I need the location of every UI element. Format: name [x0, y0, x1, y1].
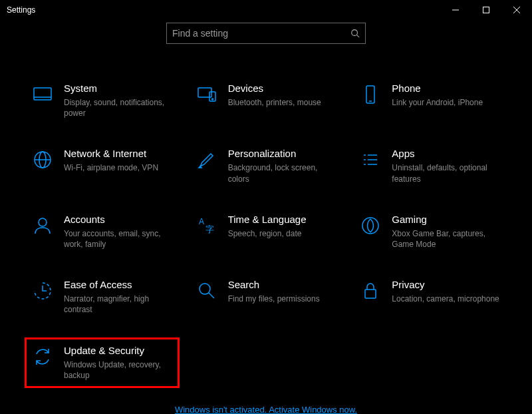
svg-point-26 [200, 284, 210, 294]
tile-desc: Link your Android, iPhone [392, 97, 500, 108]
tile-title: Accounts [64, 214, 172, 226]
svg-rect-28 [365, 290, 376, 298]
person-icon [32, 215, 53, 236]
tile-desc: Xbox Game Bar, captures, Game Mode [392, 228, 500, 250]
tile-title: Apps [392, 148, 500, 160]
tile-privacy[interactable]: Privacy Location, camera, microphone [354, 274, 505, 320]
devices-icon [196, 84, 217, 105]
tile-search[interactable]: Search Find my files, permissions [191, 274, 342, 320]
svg-text:字: 字 [205, 224, 214, 234]
tile-title: Network & Internet [64, 148, 172, 160]
tile-title: Search [228, 279, 336, 291]
tile-desc: Speech, region, date [228, 228, 336, 239]
close-button[interactable] [501, 0, 532, 20]
tile-desc: Windows Update, recovery, backup [64, 359, 172, 381]
titlebar: Settings [0, 0, 532, 20]
phone-icon [360, 84, 381, 105]
gaming-icon [360, 215, 381, 236]
system-icon [32, 84, 53, 105]
tile-ease-of-access[interactable]: Ease of Access Narrator, magnifier, high… [27, 274, 178, 320]
svg-point-10 [211, 99, 213, 100]
tile-desc: Wi-Fi, airplane mode, VPN [64, 162, 172, 173]
tile-desc: Uninstall, defaults, optional features [392, 162, 500, 184]
globe-icon [32, 149, 53, 170]
tile-title: Gaming [392, 214, 500, 226]
activation-link[interactable]: Windows isn't activated. Activate Window… [175, 405, 357, 414]
tile-desc: Location, camera, microphone [392, 294, 500, 304]
window-title: Settings [7, 5, 35, 15]
tile-accounts[interactable]: Accounts Your accounts, email, sync, wor… [27, 208, 178, 255]
svg-rect-1 [483, 7, 489, 13]
tile-personalization[interactable]: Personalization Background, lock screen,… [191, 142, 342, 189]
close-icon [513, 5, 520, 15]
tile-time-language[interactable]: A字 Time & Language Speech, region, date [191, 208, 342, 255]
svg-point-4 [352, 30, 358, 36]
svg-point-25 [362, 218, 378, 234]
window-controls [440, 0, 532, 20]
apps-icon [360, 149, 381, 170]
tile-title: Devices [228, 83, 336, 95]
svg-point-22 [39, 218, 47, 226]
search-icon [350, 29, 360, 38]
time-language-icon: A字 [196, 215, 217, 236]
tile-title: Ease of Access [64, 279, 172, 291]
tile-title: Personalization [228, 148, 336, 160]
svg-line-5 [357, 35, 360, 38]
ease-of-access-icon [32, 280, 53, 302]
tile-desc: Your accounts, email, sync, work, family [64, 228, 172, 250]
svg-rect-6 [34, 88, 51, 100]
svg-text:A: A [199, 217, 204, 226]
activation-notice: Windows isn't activated. Activate Window… [0, 405, 532, 414]
minimize-button[interactable] [440, 0, 471, 20]
search-input[interactable] [172, 28, 350, 39]
tile-update-security[interactable]: Update & Security Windows Update, recove… [27, 339, 178, 386]
tile-network[interactable]: Network & Internet Wi-Fi, airplane mode,… [27, 142, 178, 189]
settings-grid: System Display, sound, notifications, po… [0, 44, 532, 386]
update-icon [32, 346, 53, 367]
tile-title: Update & Security [64, 345, 172, 357]
search-box[interactable] [166, 23, 366, 44]
tile-title: Time & Language [228, 214, 336, 226]
lock-icon [360, 280, 381, 302]
svg-rect-11 [366, 86, 374, 103]
maximize-button[interactable] [471, 0, 501, 20]
svg-line-27 [209, 293, 214, 298]
tile-desc: Background, lock screen, colors [228, 162, 336, 184]
tile-desc: Find my files, permissions [228, 294, 336, 304]
brush-icon [196, 149, 217, 170]
magnifier-icon [196, 280, 217, 302]
tile-phone[interactable]: Phone Link your Android, iPhone [354, 77, 505, 124]
tile-apps[interactable]: Apps Uninstall, defaults, optional featu… [354, 142, 505, 189]
tile-title: Phone [392, 83, 500, 95]
tile-devices[interactable]: Devices Bluetooth, printers, mouse [191, 77, 342, 124]
tile-desc: Narrator, magnifier, high contrast [64, 294, 172, 315]
tile-desc: Bluetooth, printers, mouse [228, 97, 336, 108]
tile-system[interactable]: System Display, sound, notifications, po… [27, 77, 178, 124]
tile-gaming[interactable]: Gaming Xbox Game Bar, captures, Game Mod… [354, 208, 505, 255]
tile-desc: Display, sound, notifications, power [64, 97, 172, 118]
tile-title: System [64, 83, 172, 95]
search-row [0, 23, 532, 44]
maximize-icon [483, 5, 489, 15]
tile-title: Privacy [392, 279, 500, 291]
minimize-icon [452, 5, 459, 15]
